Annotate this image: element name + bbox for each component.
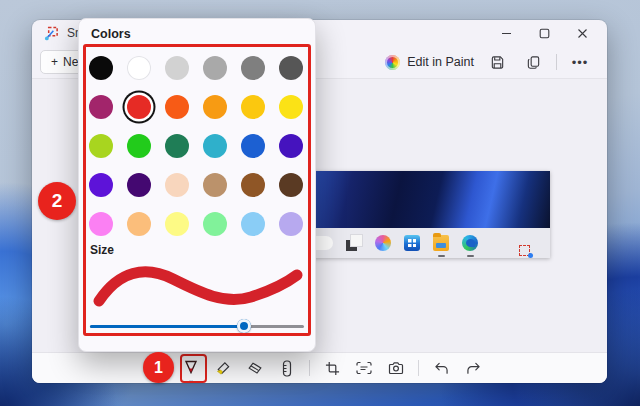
color-swatch[interactable] bbox=[241, 56, 265, 80]
file-explorer-icon bbox=[433, 235, 449, 251]
color-swatch[interactable] bbox=[241, 212, 265, 236]
redo-icon bbox=[466, 362, 481, 375]
color-swatch[interactable] bbox=[203, 134, 227, 158]
color-swatch[interactable] bbox=[165, 212, 189, 236]
window-controls bbox=[487, 21, 601, 45]
copy-button[interactable] bbox=[520, 50, 546, 74]
color-swatch[interactable] bbox=[279, 134, 303, 158]
color-swatch[interactable] bbox=[165, 56, 189, 80]
color-swatch[interactable] bbox=[89, 56, 113, 80]
edit-in-paint-label: Edit in Paint bbox=[407, 55, 474, 69]
camera-icon bbox=[388, 361, 404, 375]
toolbar-divider bbox=[309, 360, 310, 376]
store-icon bbox=[404, 235, 420, 251]
stroke-size-preview bbox=[89, 257, 305, 315]
color-swatch[interactable] bbox=[279, 212, 303, 236]
color-swatch[interactable] bbox=[165, 134, 189, 158]
minimize-button[interactable] bbox=[487, 21, 525, 45]
redo-button[interactable] bbox=[461, 356, 485, 380]
task-view-icon bbox=[346, 235, 362, 251]
maximize-button[interactable] bbox=[525, 21, 563, 45]
eraser-tool[interactable] bbox=[243, 356, 267, 380]
color-swatch[interactable] bbox=[127, 95, 151, 119]
color-swatch[interactable] bbox=[241, 173, 265, 197]
color-swatch[interactable] bbox=[279, 56, 303, 80]
close-icon bbox=[577, 28, 588, 39]
size-slider[interactable] bbox=[90, 319, 304, 333]
save-icon bbox=[490, 55, 505, 70]
step-2-badge: 2 bbox=[38, 182, 76, 220]
eraser-icon bbox=[247, 361, 263, 375]
color-swatch[interactable] bbox=[165, 95, 189, 119]
slider-thumb[interactable] bbox=[237, 319, 251, 333]
color-swatch[interactable] bbox=[127, 56, 151, 80]
plus-icon: + bbox=[51, 55, 58, 69]
drawing-toolbar: ⌄ bbox=[32, 352, 607, 383]
new-button-label: Ne bbox=[63, 55, 78, 69]
color-swatch[interactable] bbox=[203, 173, 227, 197]
toolbar-divider bbox=[418, 360, 419, 376]
more-options-button[interactable]: ••• bbox=[567, 50, 593, 74]
crop-icon bbox=[325, 361, 340, 376]
color-swatch[interactable] bbox=[165, 173, 189, 197]
slider-fill bbox=[90, 325, 244, 328]
edge-icon bbox=[462, 235, 478, 251]
color-swatch[interactable] bbox=[127, 212, 151, 236]
colors-flyout: Colors Size bbox=[78, 18, 316, 352]
captured-screenshot bbox=[313, 171, 550, 258]
copilot-icon bbox=[375, 235, 391, 251]
color-swatch[interactable] bbox=[203, 56, 227, 80]
undo-button[interactable] bbox=[429, 356, 453, 380]
screenshot-wallpaper bbox=[313, 171, 550, 228]
text-actions-icon bbox=[356, 361, 372, 375]
color-swatch[interactable] bbox=[203, 212, 227, 236]
pen-tool-highlight-box bbox=[180, 354, 207, 383]
ruler-tool[interactable] bbox=[275, 356, 299, 380]
color-swatch[interactable] bbox=[89, 212, 113, 236]
color-swatch[interactable] bbox=[203, 95, 227, 119]
maximize-icon bbox=[539, 28, 550, 39]
snipping-overlay-icon bbox=[519, 245, 530, 256]
color-palette bbox=[89, 56, 303, 236]
colors-flyout-title: Colors bbox=[91, 27, 131, 41]
command-bar-actions: Edit in Paint ••• bbox=[385, 50, 593, 74]
color-swatch[interactable] bbox=[127, 134, 151, 158]
color-swatch[interactable] bbox=[241, 95, 265, 119]
step-1-badge: 1 bbox=[143, 352, 174, 383]
highlighter-icon bbox=[215, 361, 231, 376]
paint-icon bbox=[385, 55, 400, 70]
crop-tool[interactable] bbox=[320, 356, 344, 380]
save-button[interactable] bbox=[484, 50, 510, 74]
undo-icon bbox=[434, 362, 449, 375]
color-swatch[interactable] bbox=[89, 134, 113, 158]
color-swatch[interactable] bbox=[279, 173, 303, 197]
color-swatch[interactable] bbox=[127, 173, 151, 197]
color-swatch[interactable] bbox=[241, 134, 265, 158]
snipping-tool-app-icon bbox=[44, 26, 59, 41]
color-swatch[interactable] bbox=[279, 95, 303, 119]
close-button[interactable] bbox=[563, 21, 601, 45]
color-swatch[interactable] bbox=[89, 173, 113, 197]
copy-icon bbox=[526, 55, 541, 70]
size-label: Size bbox=[90, 243, 114, 257]
command-bar-divider bbox=[556, 54, 557, 70]
highlighter-tool[interactable] bbox=[211, 356, 235, 380]
ruler-icon bbox=[282, 360, 292, 377]
screenshot-taskbar bbox=[313, 228, 550, 258]
ellipsis-icon: ••• bbox=[572, 55, 589, 70]
edit-in-paint-button[interactable]: Edit in Paint bbox=[385, 55, 474, 70]
text-actions-tool[interactable] bbox=[352, 356, 376, 380]
camera-tool[interactable] bbox=[384, 356, 408, 380]
minimize-icon bbox=[501, 28, 512, 39]
color-swatch[interactable] bbox=[89, 95, 113, 119]
